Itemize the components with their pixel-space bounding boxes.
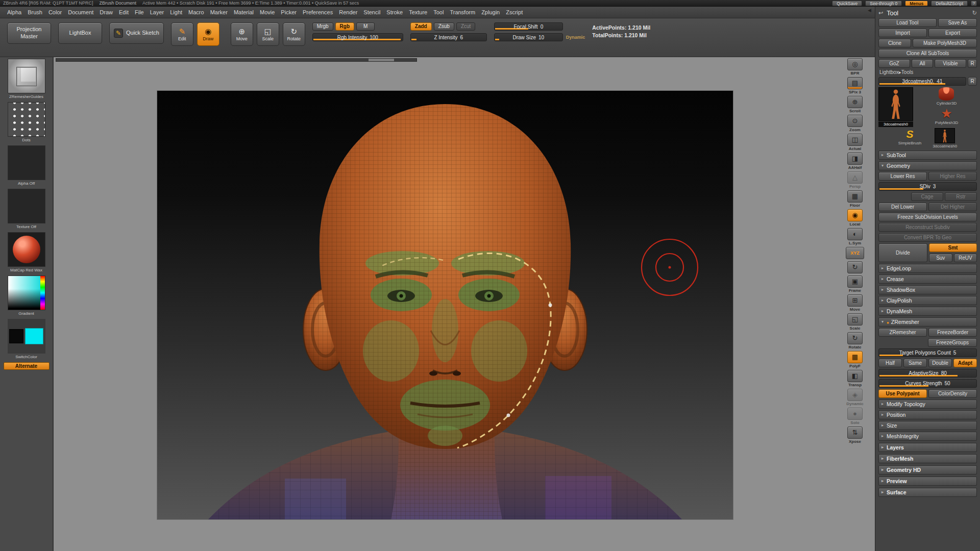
panel-collapse-arrow[interactable]: ◀ [868, 8, 871, 13]
menu-color[interactable]: Color [45, 8, 65, 16]
palette-geometry-hd[interactable]: Geometry HD [878, 465, 977, 474]
goz-r-button[interactable]: R [968, 59, 977, 68]
m-toggle[interactable]: M [356, 22, 375, 31]
tray-item-switchcolor[interactable]: SwitchColor [0, 319, 53, 359]
menu-transform[interactable]: Transform [447, 8, 478, 16]
strip-aahalf[interactable]: ◨ AAHalf [843, 153, 867, 170]
current-tool-thumbnail[interactable] [878, 87, 913, 121]
smt-toggle[interactable]: Smt [929, 243, 977, 252]
make-polymesh3d-button[interactable]: Make PolyMesh3D [913, 39, 977, 47]
save-as-button[interactable]: Save As [938, 18, 977, 27]
strip-move[interactable]: ⊞ Move [843, 294, 867, 312]
target-polygons-slider[interactable]: Target Polygons Count 5 [878, 348, 977, 357]
z-intensity-slider[interactable]: Z Intensity 6 [410, 33, 487, 41]
canvas-hscrollbar[interactable] [56, 58, 417, 62]
menu-preferences[interactable]: Preferences [300, 8, 336, 16]
reconstruct-subdiv-button[interactable]: Reconstruct Subdiv [878, 223, 977, 232]
section-edgeloop[interactable]: EdgeLoop [878, 264, 977, 273]
menu-light[interactable]: Light [167, 8, 185, 16]
rotate-button[interactable]: ↻ Rotate [283, 22, 305, 46]
document-canvas[interactable] [157, 91, 733, 519]
palette-fibermesh[interactable]: FiberMesh [878, 454, 977, 463]
cage-button[interactable]: Cage [911, 192, 943, 201]
freeze-subdivision-button[interactable]: Freeze SubDivision Levels [878, 213, 977, 221]
section-shadowbox[interactable]: ShadowBox [878, 285, 977, 294]
del-higher-button[interactable]: Del Higher [928, 203, 977, 211]
projection-master-button[interactable]: Projection Master [7, 22, 51, 44]
section-crease[interactable]: Crease [878, 274, 977, 284]
scale-button[interactable]: ◱ Scale [257, 22, 279, 46]
goz-button[interactable]: GoZ [878, 59, 910, 68]
menu-zplugin[interactable]: Zplugin [478, 8, 503, 16]
tool-slot-polymesh3d[interactable]: ★ PolyMesh3D [935, 107, 958, 125]
default-zscript-button[interactable]: DefaultZScript [931, 1, 968, 6]
rgb-toggle[interactable]: Rgb [335, 22, 354, 31]
tray-item-matcap-red-wax[interactable]: MatCap Red Wax [0, 232, 53, 272]
menu-tool[interactable]: Tool [430, 8, 447, 16]
menu-document[interactable]: Document [65, 8, 96, 16]
zremesher-button[interactable]: ZRemesher [878, 328, 927, 337]
strip-scroll[interactable]: ⊕ Scroll [843, 96, 867, 113]
strip-xpose[interactable]: ⇅ Xpose [843, 427, 867, 444]
menu-texture[interactable]: Texture [406, 8, 430, 16]
load-tool-button[interactable]: Load Tool [878, 18, 937, 27]
menu-zscript[interactable]: Zscript [503, 8, 526, 16]
section-subtool[interactable]: SubTool [878, 151, 977, 160]
section-zremesher[interactable]: ●ZRemesher [878, 317, 977, 327]
quick-sketch-button[interactable]: ✎ Quick Sketch [109, 22, 164, 44]
tray-item-zremesherguides[interactable]: ZRemesherGuides [0, 59, 53, 99]
tray-item-dots[interactable]: Dots [0, 102, 53, 142]
canvas-area[interactable] [54, 57, 875, 551]
adapt-toggle[interactable]: Adapt [953, 359, 977, 367]
tray-item-gradient[interactable]: Gradient [0, 276, 53, 316]
goz-visible-button[interactable]: Visible [935, 59, 966, 68]
sdiv-slider[interactable]: SDiv 3 [878, 182, 977, 191]
double-button[interactable]: Double [928, 359, 952, 367]
menu-alpha[interactable]: Alpha [4, 8, 24, 16]
strip-transp[interactable]: ◧ Transp [843, 370, 867, 387]
see-through-slider[interactable]: See-through 0 [865, 1, 902, 6]
menu-stencil[interactable]: Stencil [360, 8, 383, 16]
palette-layers[interactable]: Layers [878, 443, 977, 452]
move-button[interactable]: ⊕ Move [231, 22, 253, 46]
rstr-button[interactable]: Rstr [945, 192, 977, 201]
menu-render[interactable]: Render [336, 8, 360, 16]
tray-item-texture-off[interactable]: Texture Off [0, 189, 53, 229]
strip-dynamic[interactable]: ◈ Dynamic [843, 389, 867, 406]
strip-zoom[interactable]: ⊙ Zoom [843, 115, 867, 132]
active-tool-r-button[interactable]: R [968, 77, 977, 86]
section-geometry[interactable]: Geometry [878, 161, 977, 170]
convert-bpr-button[interactable]: Convert BPR To Geo [878, 233, 977, 242]
clone-all-subtools-button[interactable]: Clone All SubTools [878, 49, 977, 58]
mrgb-toggle[interactable]: Mrgb [312, 22, 333, 31]
menu-movie[interactable]: Movie [257, 8, 278, 16]
import-button[interactable]: Import [878, 29, 927, 37]
divide-button[interactable]: Divide [878, 243, 927, 262]
tool-slot-cylinder3d[interactable]: Cylinder3D [937, 87, 957, 106]
refresh-icon[interactable]: ↻ [972, 10, 977, 16]
panel-hook-icon[interactable]: ↩ [878, 10, 883, 16]
menu-brush[interactable]: Brush [24, 8, 45, 16]
tool-slot-3dcoatmesh0[interactable]: 3dcoatmesh0 [933, 128, 957, 148]
menu-material[interactable]: Material [231, 8, 257, 16]
same-button[interactable]: Same [903, 359, 927, 367]
draw-button[interactable]: ◉ Draw [197, 22, 219, 46]
alternate-button[interactable]: Alternate [4, 362, 50, 370]
menu-picker[interactable]: Picker [278, 8, 300, 16]
rgb-intensity-slider[interactable]: Rgb Intensity 100 [312, 33, 403, 41]
section-meshintegrity[interactable]: MeshIntegrity [878, 432, 977, 441]
strip-spix[interactable]: ▤ SPix 3 [843, 77, 867, 94]
goz-all-button[interactable]: All [912, 59, 933, 68]
menu-file[interactable]: File [132, 8, 147, 16]
section-claypolish[interactable]: ClayPolish [878, 296, 977, 305]
strip-frame[interactable]: ▣ Frame [843, 276, 867, 293]
menu-stroke[interactable]: Stroke [383, 8, 406, 16]
strip-actual[interactable]: ◫ Actual [843, 134, 867, 151]
strip-lsym[interactable]: ◐ L.Sym [843, 228, 867, 245]
section-modify-topology[interactable]: Modify Topology [878, 399, 977, 409]
tool-slot-simplebrush[interactable]: S SimpleBrush [898, 128, 921, 148]
tray-item-alpha-off[interactable]: Alpha Off [0, 145, 53, 186]
reuv-button[interactable]: ReUV [954, 254, 977, 262]
strip-rotate[interactable]: ↻ Rotate [843, 332, 867, 349]
strip-solo[interactable]: ● Solo [843, 408, 867, 425]
